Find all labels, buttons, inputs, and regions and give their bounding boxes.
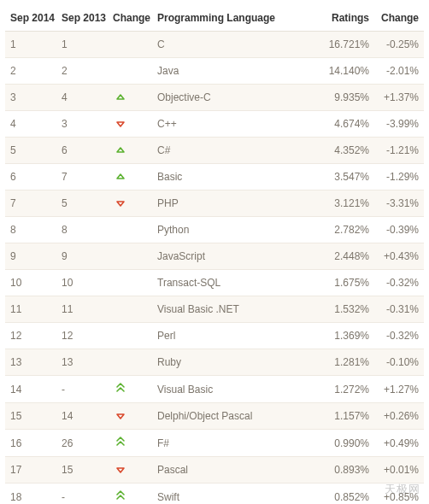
cell-delta: -0.32% bbox=[374, 323, 424, 349]
table-header-row: Sep 2014 Sep 2013 Change Programming Lan… bbox=[5, 5, 424, 32]
cell-move bbox=[108, 164, 152, 190]
cell-move bbox=[108, 58, 152, 85]
cell-ratings: 0.990% bbox=[323, 430, 374, 457]
cell-ratings: 9.935% bbox=[323, 85, 374, 111]
cell-rank-2013: - bbox=[56, 376, 108, 403]
table-row: 56C#4.352%-1.21% bbox=[5, 138, 424, 164]
cell-rank-2014: 17 bbox=[5, 457, 56, 483]
cell-language: Basic bbox=[152, 164, 323, 190]
cell-rank-2014: 4 bbox=[5, 111, 56, 138]
cell-move bbox=[108, 403, 152, 430]
cell-language: Java bbox=[152, 58, 323, 85]
cell-language: F# bbox=[152, 430, 323, 457]
cell-move bbox=[108, 270, 152, 296]
cell-move bbox=[108, 376, 152, 403]
cell-delta: +1.37% bbox=[374, 85, 424, 111]
cell-rank-2013: 26 bbox=[56, 430, 108, 457]
cell-move bbox=[108, 217, 152, 243]
cell-rank-2013: 1 bbox=[56, 32, 108, 58]
cell-rank-2013: 9 bbox=[56, 243, 108, 270]
table-row: 18-Swift0.852%+0.85% bbox=[5, 483, 424, 505]
cell-language: Visual Basic bbox=[152, 376, 323, 403]
cell-move bbox=[108, 349, 152, 376]
cell-ratings: 1.272% bbox=[323, 376, 374, 403]
double-chevron-up-icon bbox=[116, 383, 125, 393]
cell-ratings: 3.121% bbox=[323, 190, 374, 217]
cell-ratings: 2.782% bbox=[323, 217, 374, 243]
table-row: 1111Visual Basic .NET1.532%-0.31% bbox=[5, 296, 424, 323]
cell-ratings: 1.369% bbox=[323, 323, 374, 349]
cell-delta: +0.43% bbox=[374, 243, 424, 270]
chevron-up-icon bbox=[116, 94, 125, 101]
cell-rank-2014: 16 bbox=[5, 430, 56, 457]
cell-delta: +0.26% bbox=[374, 403, 424, 430]
cell-language: Python bbox=[152, 217, 323, 243]
cell-rank-2013: 2 bbox=[56, 58, 108, 85]
cell-rank-2014: 13 bbox=[5, 349, 56, 376]
cell-language: Swift bbox=[152, 483, 323, 505]
cell-language: Objective-C bbox=[152, 85, 323, 111]
cell-language: PHP bbox=[152, 190, 323, 217]
table-body: 11C16.721%-0.25%22Java14.140%-2.01%34Obj… bbox=[5, 32, 424, 505]
cell-rank-2014: 14 bbox=[5, 376, 56, 403]
cell-rank-2013: 13 bbox=[56, 349, 108, 376]
ranking-table: Sep 2014 Sep 2013 Change Programming Lan… bbox=[5, 5, 424, 504]
chevron-down-icon bbox=[116, 466, 125, 473]
table-row: 43C++4.674%-3.99% bbox=[5, 111, 424, 138]
table-row: 1715Pascal0.893%+0.01% bbox=[5, 457, 424, 483]
cell-ratings: 2.448% bbox=[323, 243, 374, 270]
cell-delta: +0.49% bbox=[374, 430, 424, 457]
col-header-change: Change bbox=[108, 5, 152, 32]
cell-rank-2014: 11 bbox=[5, 296, 56, 323]
cell-rank-2014: 1 bbox=[5, 32, 56, 58]
cell-move bbox=[108, 111, 152, 138]
cell-language: Pascal bbox=[152, 457, 323, 483]
cell-move bbox=[108, 32, 152, 58]
cell-rank-2013: - bbox=[56, 483, 108, 505]
cell-rank-2013: 3 bbox=[56, 111, 108, 138]
cell-rank-2013: 15 bbox=[56, 457, 108, 483]
chevron-up-icon bbox=[116, 173, 125, 180]
cell-rank-2013: 5 bbox=[56, 190, 108, 217]
cell-language: Visual Basic .NET bbox=[152, 296, 323, 323]
cell-ratings: 0.893% bbox=[323, 457, 374, 483]
cell-delta: -0.25% bbox=[374, 32, 424, 58]
cell-rank-2014: 6 bbox=[5, 164, 56, 190]
table-row: 11C16.721%-0.25% bbox=[5, 32, 424, 58]
cell-rank-2013: 8 bbox=[56, 217, 108, 243]
col-header-sep2014: Sep 2014 bbox=[5, 5, 56, 32]
cell-move bbox=[108, 138, 152, 164]
cell-delta: -0.10% bbox=[374, 349, 424, 376]
cell-rank-2013: 11 bbox=[56, 296, 108, 323]
cell-move bbox=[108, 190, 152, 217]
cell-rank-2014: 5 bbox=[5, 138, 56, 164]
cell-language: Delphi/Object Pascal bbox=[152, 403, 323, 430]
cell-rank-2014: 18 bbox=[5, 483, 56, 505]
cell-ratings: 3.547% bbox=[323, 164, 374, 190]
cell-ratings: 1.532% bbox=[323, 296, 374, 323]
cell-delta: -1.21% bbox=[374, 138, 424, 164]
chevron-down-icon bbox=[116, 200, 125, 207]
cell-language: C bbox=[152, 32, 323, 58]
table-row: 1212Perl1.369%-0.32% bbox=[5, 323, 424, 349]
table-row: 1010Transact-SQL1.675%-0.32% bbox=[5, 270, 424, 296]
col-header-ratings: Ratings bbox=[323, 5, 374, 32]
cell-rank-2014: 3 bbox=[5, 85, 56, 111]
double-chevron-up-icon bbox=[116, 490, 125, 501]
col-header-delta: Change bbox=[374, 5, 424, 32]
table-row: 1313Ruby1.281%-0.10% bbox=[5, 349, 424, 376]
cell-rank-2014: 2 bbox=[5, 58, 56, 85]
cell-move bbox=[108, 243, 152, 270]
col-header-sep2013: Sep 2013 bbox=[56, 5, 108, 32]
cell-language: C++ bbox=[152, 111, 323, 138]
cell-delta: +0.01% bbox=[374, 457, 424, 483]
table-row: 88Python2.782%-0.39% bbox=[5, 217, 424, 243]
cell-move bbox=[108, 483, 152, 505]
table-row: 34Objective-C9.935%+1.37% bbox=[5, 85, 424, 111]
double-chevron-up-icon bbox=[116, 437, 125, 447]
chevron-up-icon bbox=[116, 147, 125, 154]
cell-delta: +0.85% bbox=[374, 483, 424, 505]
cell-rank-2014: 8 bbox=[5, 217, 56, 243]
cell-delta: -2.01% bbox=[374, 58, 424, 85]
cell-delta: +1.27% bbox=[374, 376, 424, 403]
